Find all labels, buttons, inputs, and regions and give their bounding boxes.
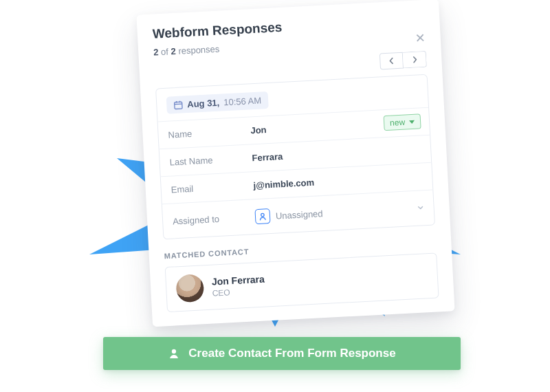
svg-point-6 bbox=[172, 349, 176, 353]
field-value: Jon bbox=[250, 124, 267, 135]
create-contact-label: Create Contact From Form Response bbox=[188, 347, 395, 360]
chevron-right-icon bbox=[411, 56, 419, 63]
status-dropdown[interactable]: new bbox=[384, 113, 421, 131]
field-label: Assigned to bbox=[173, 212, 256, 226]
close-icon[interactable]: ✕ bbox=[415, 32, 426, 45]
response-panel: Webform Responses 2 of 2 responses ✕ Aug… bbox=[136, 0, 454, 327]
chevron-down-icon bbox=[417, 203, 424, 214]
prev-button[interactable] bbox=[380, 52, 404, 70]
timestamp-date: Aug 31, bbox=[187, 98, 220, 109]
response-count: 2 of 2 responses bbox=[153, 43, 220, 57]
assigned-value: Unassigned bbox=[254, 206, 323, 224]
svg-point-5 bbox=[261, 213, 265, 217]
matched-role: CEO bbox=[212, 286, 265, 298]
matched-name: Jon Ferrara bbox=[211, 274, 265, 287]
field-label: Email bbox=[170, 180, 254, 195]
field-value: j@nimble.com bbox=[253, 177, 314, 191]
response-timestamp: Aug 31, 10:56 AM bbox=[166, 91, 269, 114]
create-contact-button[interactable]: Create Contact From Form Response bbox=[103, 337, 461, 370]
status-label: new bbox=[390, 118, 406, 128]
chevron-down-icon bbox=[409, 120, 415, 123]
person-icon bbox=[168, 347, 180, 360]
response-detail: Aug 31, 10:56 AM Name Jon new Last Name … bbox=[155, 74, 435, 239]
timestamp-time: 10:56 AM bbox=[223, 95, 262, 107]
svg-line-2 bbox=[175, 104, 182, 105]
next-button[interactable] bbox=[403, 51, 427, 69]
person-icon bbox=[254, 208, 270, 224]
chevron-left-icon bbox=[388, 57, 395, 65]
avatar bbox=[175, 274, 204, 303]
field-label: Name bbox=[168, 125, 251, 140]
field-label: Last Name bbox=[169, 153, 252, 167]
matched-contact-card[interactable]: Jon Ferrara CEO bbox=[165, 252, 439, 312]
svg-rect-1 bbox=[175, 102, 183, 109]
calendar-icon bbox=[173, 100, 184, 110]
field-value: Ferrara bbox=[252, 151, 283, 163]
